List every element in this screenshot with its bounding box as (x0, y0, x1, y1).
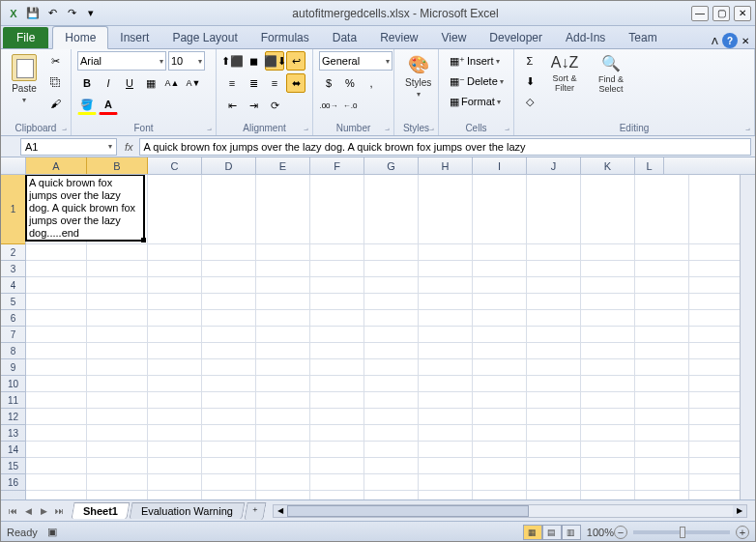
italic-button[interactable]: I (99, 73, 118, 93)
align-center-button[interactable]: ≣ (244, 73, 263, 93)
clear-button[interactable]: ◇ (520, 92, 539, 111)
close-button[interactable]: ✕ (734, 6, 751, 21)
format-cells-button[interactable]: ▦Format▾ (445, 92, 506, 111)
col-header-j[interactable]: J (527, 157, 581, 174)
col-header-e[interactable]: E (256, 157, 310, 174)
row-header-1[interactable]: 1 (1, 175, 25, 244)
undo-button[interactable]: ↶ (44, 5, 61, 22)
tab-developer[interactable]: Developer (478, 27, 554, 48)
tab-team[interactable]: Team (617, 27, 668, 48)
cells-area[interactable]: A quick brown fox jumps over the lazy do… (26, 175, 755, 499)
row-header-12[interactable]: 12 (1, 409, 25, 425)
row-header-4[interactable]: 4 (1, 277, 25, 294)
col-header-f[interactable]: F (310, 157, 364, 174)
vertical-scrollbar[interactable] (740, 175, 755, 499)
col-header-c[interactable]: C (148, 157, 202, 174)
comma-button[interactable]: , (362, 73, 381, 93)
row-header-2[interactable]: 2 (1, 244, 25, 261)
col-header-a[interactable]: A (26, 157, 87, 174)
col-header-h[interactable]: H (419, 157, 473, 174)
row-header-16[interactable]: 16 (1, 474, 25, 491)
increase-font-icon[interactable]: A▲ (162, 73, 182, 93)
align-top-button[interactable]: ⬆⬛ (222, 51, 242, 71)
row-header-8[interactable]: 8 (1, 343, 25, 359)
border-button[interactable]: ▦ (141, 73, 160, 93)
fill-color-button[interactable]: 🪣 (77, 96, 97, 115)
delete-cells-button[interactable]: ▦⁻Delete▾ (445, 71, 509, 91)
row-header-13[interactable]: 13 (1, 425, 25, 442)
help-icon[interactable]: ? (722, 33, 738, 48)
fill-button[interactable]: ⬇ (520, 71, 539, 91)
sheet-nav-next[interactable]: ▶ (36, 506, 51, 516)
horizontal-scrollbar[interactable]: ◀ ▶ (273, 504, 747, 518)
row-header-3[interactable]: 3 (1, 261, 25, 277)
zoom-slider[interactable] (633, 530, 730, 534)
macro-record-icon[interactable]: ▣ (47, 526, 57, 538)
decrease-indent-button[interactable]: ⇤ (222, 96, 242, 115)
tab-addins[interactable]: Add-Ins (554, 27, 617, 48)
paste-button[interactable]: Paste ▾ (7, 51, 42, 107)
zoom-level[interactable]: 100% (587, 527, 614, 538)
autosum-button[interactable]: Σ (520, 51, 539, 71)
tab-view[interactable]: View (430, 27, 479, 48)
col-header-g[interactable]: G (364, 157, 419, 174)
sheet-tab-evaluation[interactable]: Evaluation Warning (130, 502, 246, 519)
col-header-d[interactable]: D (202, 157, 256, 174)
zoom-in-button[interactable]: + (736, 526, 749, 539)
save-button[interactable]: 💾 (24, 5, 42, 22)
number-format-combo[interactable]: General▾ (319, 51, 393, 71)
sheet-nav-first[interactable]: ⏮ (5, 506, 20, 516)
row-header-5[interactable]: 5 (1, 294, 25, 310)
tab-home[interactable]: Home (52, 26, 108, 49)
hscroll-left-icon[interactable]: ◀ (274, 505, 287, 517)
font-color-button[interactable]: A (99, 96, 118, 115)
decrease-decimal-button[interactable]: ←.0 (340, 96, 360, 115)
col-header-l[interactable]: L (635, 157, 664, 174)
fx-icon[interactable]: fx (119, 141, 139, 153)
formula-input[interactable]: A quick brown fox jumps over the lazy do… (139, 138, 751, 156)
sheet-tab-new[interactable]: ⁺ (244, 502, 266, 520)
view-layout-button[interactable]: ▤ (542, 525, 562, 540)
tab-insert[interactable]: Insert (108, 27, 160, 48)
col-header-i[interactable]: I (473, 157, 527, 174)
select-all-corner[interactable] (1, 157, 26, 174)
bold-button[interactable]: B (77, 73, 97, 93)
tab-formulas[interactable]: Formulas (249, 27, 321, 48)
styles-button[interactable]: 🎨 Styles ▾ (400, 51, 436, 101)
align-bottom-button[interactable]: ⬛⬇ (265, 51, 284, 71)
orientation-button[interactable]: ⟳ (265, 96, 284, 115)
currency-button[interactable]: $ (319, 73, 338, 93)
col-header-k[interactable]: K (581, 157, 635, 174)
minimize-ribbon-icon[interactable]: ᐱ (712, 36, 718, 46)
row-header-11[interactable]: 11 (1, 392, 25, 409)
align-right-button[interactable]: ≡ (265, 73, 284, 93)
font-family-combo[interactable]: Arial▾ (77, 51, 166, 71)
sort-filter-button[interactable]: A↓Z Sort & Filter (543, 51, 586, 96)
merge-center-button[interactable]: ⬌ (286, 73, 305, 93)
row-header-10[interactable]: 10 (1, 376, 25, 392)
row-header-6[interactable]: 6 (1, 310, 25, 327)
tab-file[interactable]: File (3, 27, 48, 48)
zoom-out-button[interactable]: − (614, 526, 627, 539)
cell-a1[interactable]: A quick brown fox jumps over the lazy do… (25, 175, 145, 242)
increase-indent-button[interactable]: ⇥ (244, 96, 263, 115)
tab-data[interactable]: Data (321, 27, 368, 48)
decrease-font-icon[interactable]: A▼ (184, 73, 203, 93)
excel-icon[interactable]: X (5, 5, 22, 22)
cut-button[interactable]: ✂ (45, 51, 65, 71)
tab-page-layout[interactable]: Page Layout (160, 27, 248, 48)
sheet-nav-last[interactable]: ⏭ (51, 506, 67, 516)
align-left-button[interactable]: ≡ (222, 73, 242, 93)
name-box[interactable]: A1▾ (20, 138, 117, 156)
wrap-text-button[interactable]: ↩ (286, 51, 305, 71)
view-normal-button[interactable]: ▦ (523, 525, 542, 540)
hscroll-thumb[interactable] (287, 505, 529, 517)
format-painter-button[interactable]: 🖌 (45, 94, 65, 113)
redo-button[interactable]: ↷ (63, 5, 80, 22)
find-select-button[interactable]: 🔍 Find & Select (590, 51, 632, 97)
increase-decimal-button[interactable]: .00→ (319, 96, 338, 115)
maximize-button[interactable]: ▢ (712, 6, 730, 21)
percent-button[interactable]: % (340, 73, 360, 93)
tab-review[interactable]: Review (368, 27, 429, 48)
sheet-tab-sheet1[interactable]: Sheet1 (72, 502, 131, 519)
